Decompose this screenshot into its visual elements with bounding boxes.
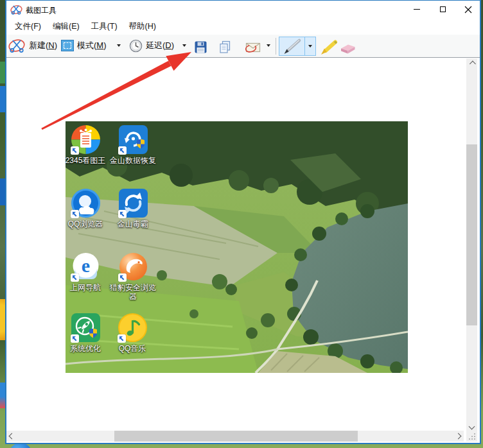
kingsoft-recovery-icon xyxy=(119,125,148,154)
eraser-button[interactable] xyxy=(339,39,356,58)
desktop-edge-partial-icon xyxy=(0,299,5,340)
resize-grip[interactable] xyxy=(466,431,477,442)
close-button[interactable] xyxy=(457,1,480,18)
desktop-icon-label: QQ浏览器 xyxy=(66,220,110,228)
desktop-icon-label: 系统优化 xyxy=(66,344,110,353)
desktop-icon-qq-browser: QQ浏览器 xyxy=(66,189,110,228)
desktop-edge-partial-icon xyxy=(0,178,5,205)
horizontal-scrollbar[interactable] xyxy=(6,431,464,442)
desktop: { "window": { "title": "截图工具" }, "menu":… xyxy=(0,0,483,448)
highlighter-button[interactable] xyxy=(319,37,338,56)
save-floppy-icon xyxy=(194,40,207,54)
desktop-icon-cheetah-browser: 猎豹安全浏览器 xyxy=(108,252,158,302)
desktop-edge-partial-icon xyxy=(0,62,5,83)
pen-icon xyxy=(282,37,303,55)
highlighter-icon xyxy=(319,39,338,56)
copy-icon xyxy=(218,40,232,54)
shortcut-arrow-icon xyxy=(71,273,79,282)
desktop-icon-system-optimizer: 系统优化 xyxy=(66,313,110,353)
menu-tools[interactable]: 工具(T) xyxy=(85,19,123,35)
shortcut-arrow-icon xyxy=(118,273,127,282)
snipping-tool-window: 截图工具 文件(F) 编辑(E) 工具(T) 帮助(H) 新建(N) xyxy=(5,0,481,444)
vertical-scrollbar[interactable] xyxy=(466,58,477,432)
toolbar-separator xyxy=(276,38,276,55)
eraser-icon xyxy=(339,42,356,55)
maximize-button[interactable] xyxy=(431,1,454,18)
delay-clock-icon xyxy=(129,39,143,53)
canvas-area: 2345看图王 金山数据恢复 xyxy=(6,57,480,442)
copy-button[interactable] xyxy=(218,37,232,56)
desktop-icon-label: 金山毒霸 xyxy=(108,220,158,228)
chevron-up-icon xyxy=(470,61,476,67)
qq-music-icon xyxy=(118,313,147,342)
svg-text:e: e xyxy=(81,255,89,276)
menu-edit[interactable]: 编辑(E) xyxy=(47,19,85,35)
scroll-right-button[interactable] xyxy=(453,431,464,442)
chevron-down-icon xyxy=(308,45,312,47)
mode-button[interactable]: 模式(M) xyxy=(61,36,107,55)
desktop-icon-kingsoft-recovery: 金山数据恢复 xyxy=(108,125,158,165)
send-email-button[interactable] xyxy=(245,37,261,56)
scroll-up-button[interactable] xyxy=(466,58,477,69)
pen-dropdown[interactable] xyxy=(305,37,315,55)
pen-button[interactable] xyxy=(279,37,305,55)
desktop-icon-kingsoft-antivirus: 金山毒霸 xyxy=(108,189,158,228)
desktop-icon-label: 金山数据恢复 xyxy=(108,156,158,165)
shortcut-arrow-icon xyxy=(118,146,127,155)
new-label: 新建(N) xyxy=(29,40,57,51)
delay-label: 延迟(D) xyxy=(146,40,174,51)
desktop-icon-label: 猎豹安全浏览器 xyxy=(108,283,158,302)
desktop-icon-qq-music: QQ音乐 xyxy=(107,313,157,353)
menu-bar: 文件(F) 编辑(E) 工具(T) 帮助(H) xyxy=(6,18,480,35)
desktop-icon-label: QQ音乐 xyxy=(107,344,157,353)
2345-viewer-icon xyxy=(71,125,100,154)
vertical-scrollbar-thumb[interactable] xyxy=(466,144,477,325)
close-icon xyxy=(464,6,472,13)
save-button[interactable] xyxy=(194,37,207,56)
chevron-down-icon xyxy=(267,44,270,47)
minimize-icon xyxy=(414,9,420,10)
email-envelope-icon xyxy=(245,40,261,54)
horizontal-scrollbar-thumb[interactable] xyxy=(114,431,358,442)
desktop-edge-partial-icon xyxy=(0,86,5,112)
snipping-tool-app-icon xyxy=(10,4,23,15)
mode-label: 模式(M) xyxy=(77,40,107,51)
shortcut-arrow-icon xyxy=(71,210,79,218)
kingsoft-antivirus-icon xyxy=(119,189,148,218)
desktop-icon-label: 2345看图王 xyxy=(66,156,110,165)
titlebar[interactable]: 截图工具 xyxy=(6,1,480,18)
chevron-down-icon xyxy=(182,44,186,47)
delay-button[interactable]: 延迟(D) xyxy=(129,36,174,55)
chevron-left-icon xyxy=(9,433,15,440)
cheetah-browser-icon xyxy=(119,252,148,281)
shortcut-arrow-icon xyxy=(118,334,126,343)
desktop-icon-web-navigation: e 上网导航 xyxy=(66,252,110,292)
web-navigation-e-icon: e xyxy=(71,252,100,281)
new-button[interactable]: 新建(N) xyxy=(8,36,57,55)
shortcut-arrow-icon xyxy=(71,146,79,155)
captured-screenshot[interactable]: 2345看图王 金山数据恢复 xyxy=(66,121,408,373)
delay-dropdown[interactable] xyxy=(179,36,189,55)
chevron-right-icon xyxy=(455,433,462,440)
mode-selection-icon xyxy=(61,40,74,51)
scroll-left-button[interactable] xyxy=(6,431,17,442)
mode-dropdown[interactable] xyxy=(114,36,124,55)
resize-grip-icon xyxy=(466,431,477,442)
desktop-icon-2345-viewer: 2345看图王 xyxy=(66,125,110,165)
window-title: 截图工具 xyxy=(26,5,57,16)
menu-help[interactable]: 帮助(H) xyxy=(123,19,162,35)
toolbar: 新建(N) 模式(M) 延迟(D) xyxy=(6,35,480,58)
maximize-icon xyxy=(440,6,446,12)
pen-button-group xyxy=(279,37,316,56)
chevron-down-icon xyxy=(117,44,121,47)
send-dropdown[interactable] xyxy=(263,36,274,55)
menu-file[interactable]: 文件(F) xyxy=(9,19,47,35)
qq-browser-icon xyxy=(71,189,100,218)
desktop-icon-label: 上网导航 xyxy=(66,283,110,292)
shortcut-arrow-icon xyxy=(118,210,127,218)
chevron-down-icon xyxy=(469,424,475,430)
shortcut-arrow-icon xyxy=(71,334,79,343)
desktop-edge-partial-icon xyxy=(0,383,5,408)
system-optimizer-rocket-icon xyxy=(71,313,100,342)
minimize-button[interactable] xyxy=(405,1,428,18)
